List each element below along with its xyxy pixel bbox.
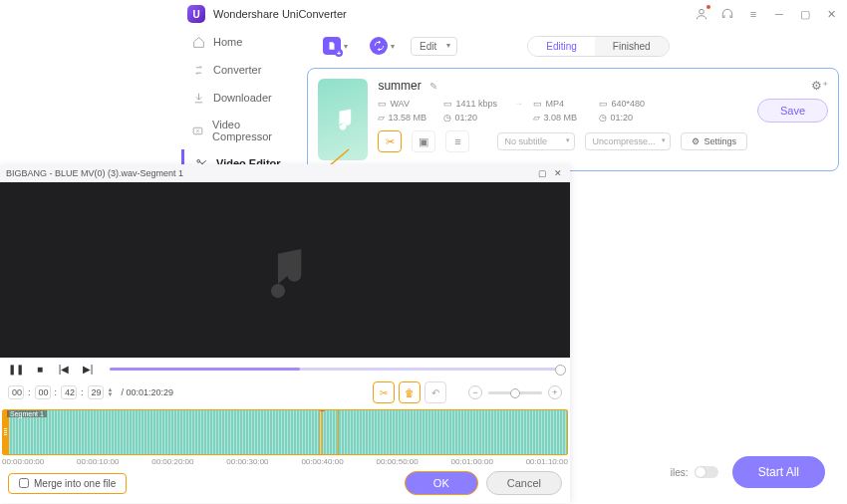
sidebar-item-home[interactable]: Home (181, 28, 307, 56)
stop-button[interactable]: ■ (32, 361, 48, 377)
toggle-label: iles: (671, 467, 689, 478)
time-stepper[interactable]: ▲▼ (108, 387, 114, 397)
playhead-highlight (319, 409, 339, 455)
next-frame-button[interactable]: ▶| (80, 361, 96, 377)
tgt-size: 3.08 MB (543, 113, 577, 123)
timescale-tick: 00:01:10:00 (526, 457, 568, 466)
music-note-icon (329, 106, 357, 133)
timescale-tick: 00:00:10:00 (77, 457, 119, 466)
mode-dropdown[interactable]: Edit (411, 37, 457, 56)
zoom-slider[interactable] (488, 391, 542, 394)
converter-icon (191, 63, 205, 77)
editor-close-button[interactable]: ✕ (552, 167, 564, 179)
src-size: 13.58 MB (388, 113, 426, 123)
titlebar: U Wondershare UniConverter ≡ ─ ▢ ✕ (179, 0, 847, 28)
merge-label: Merge into one file (34, 478, 116, 489)
cut-button[interactable]: ✂ (373, 381, 395, 403)
compress-dropdown[interactable]: Uncompresse... (585, 132, 671, 150)
size-icon: ▱ (533, 113, 540, 123)
sidebar: Home Converter Downloader Video Compress… (181, 28, 307, 177)
clock-icon: ◷ (599, 113, 607, 123)
start-all-button[interactable]: Start All (732, 456, 825, 488)
size-icon: ▱ (378, 113, 385, 123)
compress-icon (191, 124, 204, 137)
timescale-tick: 00:00:00:00 (2, 457, 44, 466)
delete-segment-button[interactable]: 🗑 (399, 381, 421, 403)
video-preview[interactable] (0, 182, 570, 358)
src-dur: 01:20 (454, 113, 477, 123)
close-button[interactable]: ✕ (823, 6, 839, 22)
time-minutes[interactable]: 00 (35, 385, 51, 399)
prev-frame-button[interactable]: |◀ (56, 361, 72, 377)
playback-slider[interactable] (110, 368, 562, 371)
output-settings-icon[interactable]: ⚙⁺ (811, 79, 828, 93)
merge-checkbox[interactable]: Merge into one file (8, 473, 127, 494)
time-frames[interactable]: 29 (88, 385, 104, 399)
media-thumbnail[interactable] (318, 79, 368, 160)
merge-checkbox-input[interactable] (19, 478, 29, 488)
zoom-in-button[interactable]: + (548, 385, 562, 399)
tab-editing[interactable]: Editing (528, 37, 595, 56)
user-icon[interactable] (694, 6, 709, 22)
pause-button[interactable]: ❚❚ (8, 361, 24, 377)
minimize-button[interactable]: ─ (771, 6, 787, 22)
tgt-res: 640*480 (611, 99, 645, 109)
tgt-format: MP4 (545, 99, 564, 109)
add-file-button[interactable]: ▾ (317, 33, 354, 59)
timescale-tick: 00:01:00:00 (451, 457, 493, 466)
mode-label: Edit (420, 41, 436, 52)
tgt-dur: 01:20 (610, 113, 633, 123)
editor-maximize-button[interactable]: ▢ (536, 167, 548, 179)
convert-button[interactable]: ▾ (364, 33, 401, 59)
download-icon (191, 91, 205, 105)
playback-controls: ❚❚ ■ |◀ ▶| (0, 358, 570, 379)
editor-footer: Merge into one file OK Cancel (8, 471, 562, 495)
ok-button[interactable]: OK (405, 471, 478, 495)
timescale-tick: 00:00:30:00 (226, 457, 268, 466)
time-hours[interactable]: 00 (8, 385, 24, 399)
maximize-button[interactable]: ▢ (797, 6, 813, 22)
headphones-icon[interactable] (719, 6, 735, 22)
gear-icon: ⚙ (692, 136, 700, 146)
crop-button[interactable]: ▣ (412, 130, 435, 152)
time-row: 00: 00: 42: 29 ▲▼ / 00:01:20:29 ✂ 🗑 ↶ − … (0, 379, 570, 405)
toggle-switch[interactable] (695, 466, 718, 478)
timescale: 00:00:00:0000:00:10:0000:00:20:0000:00:3… (0, 455, 570, 466)
undo-button[interactable]: ↶ (424, 381, 446, 403)
trim-button[interactable]: ✂ (378, 130, 402, 152)
file-icon: ▭ (533, 99, 542, 109)
sidebar-item-label: Converter (213, 64, 261, 76)
arrow-right-icon: → (509, 99, 527, 109)
sidebar-item-label: Downloader (213, 92, 272, 104)
total-time: / 00:01:20:29 (122, 387, 174, 397)
clock-icon: ◷ (443, 113, 451, 123)
sidebar-item-compressor[interactable]: Video Compressor (181, 112, 307, 149)
home-icon (191, 35, 205, 49)
segment-label: Segment 1 (7, 410, 47, 417)
more-button[interactable]: ≡ (445, 130, 469, 152)
editor-titlebar: BIGBANG - BLUE MV(0) (3).wav-Segment 1 ▢… (0, 164, 570, 182)
sidebar-item-downloader[interactable]: Downloader (181, 84, 307, 112)
edit-title-icon[interactable]: ✎ (429, 81, 437, 92)
src-format: WAV (390, 99, 410, 109)
cancel-button[interactable]: Cancel (486, 471, 562, 495)
media-title: summer (378, 79, 421, 93)
src-bitrate: 1411 kbps (455, 99, 497, 109)
trim-editor-window: BIGBANG - BLUE MV(0) (3).wav-Segment 1 ▢… (0, 164, 570, 503)
app-title: Wondershare UniConverter (213, 8, 694, 20)
time-seconds[interactable]: 42 (61, 385, 77, 399)
sidebar-item-label: Home (213, 36, 242, 48)
timescale-tick: 00:00:40:00 (301, 457, 343, 466)
save-button[interactable]: Save (757, 99, 828, 123)
zoom-out-button[interactable]: − (468, 385, 482, 399)
subtitle-dropdown[interactable]: No subtitle (497, 132, 575, 150)
settings-button[interactable]: ⚙Settings (681, 132, 747, 150)
bitrate-icon: ▭ (443, 99, 452, 109)
app-logo-icon: U (187, 5, 205, 23)
tab-finished[interactable]: Finished (595, 37, 669, 56)
menu-icon[interactable]: ≡ (745, 6, 761, 22)
sidebar-item-converter[interactable]: Converter (181, 56, 307, 84)
music-note-icon (257, 242, 313, 298)
merge-toggle: iles: (671, 466, 718, 478)
waveform-timeline[interactable]: Segment 1 (2, 409, 568, 455)
